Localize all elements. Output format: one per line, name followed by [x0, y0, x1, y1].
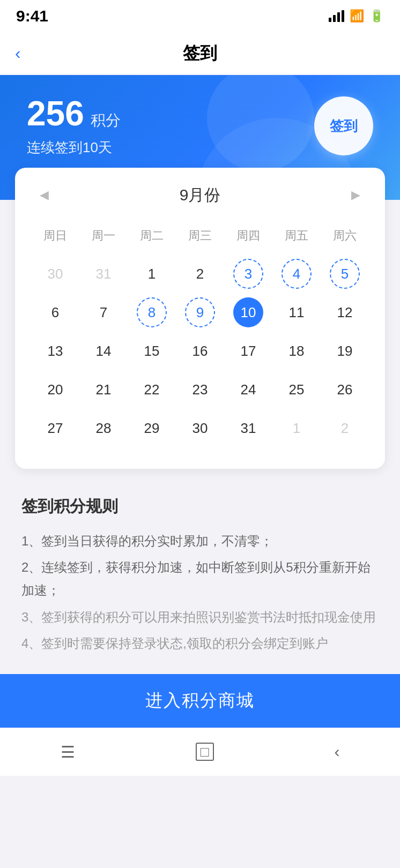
calendar-day[interactable]: 22 — [128, 370, 176, 409]
nav-bar: ‹ 签到 — [0, 32, 400, 75]
calendar-day[interactable]: 10 — [224, 293, 272, 332]
calendar-day[interactable]: 4 — [272, 255, 321, 293]
weekday-tue: 周二 — [128, 222, 176, 255]
calendar-card: ◀ 9月份 ▶ 周日 周一 周二 周三 周四 周五 周六 30311234567… — [15, 168, 385, 469]
weekday-mon: 周一 — [79, 222, 128, 255]
home-icon[interactable]: □ — [196, 743, 214, 761]
rules-section: 签到积分规则 1、签到当日获得的积分实时累加，不清零；2、连续签到，获得积分加速… — [0, 485, 400, 674]
points-number: 256 — [27, 96, 84, 131]
rules-text: 1、签到当日获得的积分实时累加，不清零；2、连续签到，获得积分加速，如中断签到则… — [21, 529, 379, 655]
rule-item: 4、签到时需要保持登录状态,领取的积分会绑定到账户 — [21, 632, 379, 655]
calendar-day[interactable]: 27 — [31, 409, 79, 447]
status-time: 9:41 — [16, 7, 48, 25]
calendar-day[interactable]: 20 — [31, 370, 79, 409]
battery-icon: 🔋 — [369, 9, 384, 23]
signin-button-container: 签到 — [314, 96, 373, 155]
calendar-day[interactable]: 18 — [272, 332, 321, 370]
points-label: 积分 — [91, 110, 121, 131]
weekday-thu: 周四 — [224, 222, 272, 255]
calendar-day[interactable]: 15 — [128, 332, 176, 370]
rule-item: 1、签到当日获得的积分实时累加，不清零； — [21, 529, 379, 552]
calendar-day[interactable]: 26 — [321, 370, 369, 409]
wifi-icon: 📶 — [350, 9, 364, 23]
back-nav-icon[interactable]: ‹ — [335, 743, 340, 761]
calendar-day[interactable]: 11 — [272, 293, 321, 332]
back-button[interactable]: ‹ — [15, 43, 21, 63]
calendar-day[interactable]: 19 — [321, 332, 369, 370]
shop-button-label: 进入积分商城 — [145, 689, 255, 713]
calendar-day[interactable]: 24 — [224, 370, 272, 409]
weekday-fri: 周五 — [272, 222, 321, 255]
calendar-day[interactable]: 2 — [321, 409, 369, 447]
signin-button[interactable]: 签到 — [314, 96, 373, 155]
prev-month-button[interactable]: ◀ — [31, 184, 57, 206]
calendar-day[interactable]: 6 — [31, 293, 79, 332]
calendar-day[interactable]: 31 — [224, 409, 272, 447]
calendar-day[interactable]: 30 — [176, 409, 224, 447]
page-title: 签到 — [183, 42, 217, 65]
calendar-day[interactable]: 2 — [176, 255, 224, 293]
weekday-sat: 周六 — [321, 222, 369, 255]
calendar-day[interactable]: 23 — [176, 370, 224, 409]
status-bar: 9:41 📶 🔋 — [0, 0, 400, 32]
weekday-sun: 周日 — [31, 222, 79, 255]
calendar-header: ◀ 9月份 ▶ — [31, 184, 369, 206]
calendar-day[interactable]: 29 — [128, 409, 176, 447]
streak-text: 连续签到10天 — [27, 138, 373, 157]
calendar-day[interactable]: 8 — [128, 293, 176, 332]
calendar-day[interactable]: 31 — [79, 255, 128, 293]
status-icons: 📶 🔋 — [329, 9, 384, 23]
calendar-day[interactable]: 12 — [321, 293, 369, 332]
calendar-title: 9月份 — [180, 184, 221, 206]
calendar-grid: 周日 周一 周二 周三 周四 周五 周六 3031123456789101112… — [31, 222, 369, 447]
calendar-day[interactable]: 17 — [224, 332, 272, 370]
calendar-day[interactable]: 25 — [272, 370, 321, 409]
bottom-nav: ☰ □ ‹ — [0, 728, 400, 776]
weekday-wed: 周三 — [176, 222, 224, 255]
rule-item: 3、签到获得的积分可以用来拍照识别鉴赏书法时抵扣现金使用 — [21, 605, 379, 628]
calendar-day[interactable]: 30 — [31, 255, 79, 293]
rule-item: 2、连续签到，获得积分加速，如中断签到则从5积分重新开始加速； — [21, 556, 379, 602]
calendar-day[interactable]: 5 — [321, 255, 369, 293]
shop-button[interactable]: 进入积分商城 — [0, 674, 400, 728]
signal-icon — [329, 10, 344, 22]
calendar-day[interactable]: 1 — [272, 409, 321, 447]
calendar-day[interactable]: 3 — [224, 255, 272, 293]
calendar-day[interactable]: 21 — [79, 370, 128, 409]
calendar-day[interactable]: 14 — [79, 332, 128, 370]
rules-title: 签到积分规则 — [21, 496, 379, 518]
calendar-day[interactable]: 13 — [31, 332, 79, 370]
next-month-button[interactable]: ▶ — [343, 184, 369, 206]
calendar-day[interactable]: 9 — [176, 293, 224, 332]
menu-icon[interactable]: ☰ — [61, 743, 75, 761]
calendar-day[interactable]: 7 — [79, 293, 128, 332]
calendar-day[interactable]: 16 — [176, 332, 224, 370]
calendar-day[interactable]: 1 — [128, 255, 176, 293]
calendar-day[interactable]: 28 — [79, 409, 128, 447]
